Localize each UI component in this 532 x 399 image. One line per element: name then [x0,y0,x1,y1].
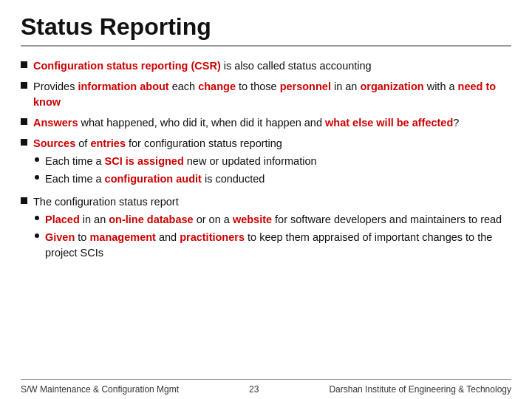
bullet-item: Answers what happened, who did it, when … [21,115,511,131]
bullet-text: Provides information about each change t… [33,79,511,110]
footer-center: 23 [249,384,259,395]
sub-bullets: Placed in an on-line database or on a we… [35,212,511,261]
bullet-text: The configuration status reportPlaced in… [33,194,511,263]
bullet-dot-icon [35,216,39,220]
bullet-dot-icon [35,175,39,180]
bullet-text: Answers what happened, who did it, when … [33,115,511,131]
slide: Status Reporting Configuration status re… [0,0,532,399]
sub-bullet-text: Each time a SCI is assigned new or updat… [45,154,317,169]
footer-right: Darshan Institute of Engineering & Techn… [329,384,511,395]
content-area: Configuration status reporting (CSR) is … [21,51,511,379]
sub-bullet-text: Given to management and practitioners to… [45,230,511,261]
sub-bullet-text: Placed in an on-line database or on a we… [45,212,502,228]
bullet-square-icon [21,61,27,68]
bullet-square-icon [21,82,27,89]
bullet-item: Provides information about each change t… [21,79,511,110]
footer-left: S/W Maintenance & Configuration Mgmt [21,384,179,395]
sub-bullet-item: Each time a SCI is assigned new or updat… [35,154,511,169]
bullet-dot-icon [35,157,39,162]
bullet-text: Sources of entries for configuration sta… [33,136,511,189]
sub-bullet-item: Each time a configuration audit is condu… [35,171,511,187]
sub-bullet-text: Each time a configuration audit is condu… [45,171,265,187]
bullet-item: Sources of entries for configuration sta… [21,136,511,189]
sub-bullet-item: Given to management and practitioners to… [35,230,511,261]
bullet-item: The configuration status reportPlaced in… [21,194,511,263]
bullet-text: Configuration status reporting (CSR) is … [33,58,511,74]
bullet-item: Configuration status reporting (CSR) is … [21,58,511,74]
bullet-square-icon [21,197,27,204]
footer: S/W Maintenance & Configuration Mgmt 23 … [21,379,511,399]
slide-title: Status Reporting [21,13,511,47]
bullet-square-icon [21,118,27,125]
sub-bullet-item: Placed in an on-line database or on a we… [35,212,511,228]
bullet-dot-icon [35,233,39,238]
bullet-square-icon [21,139,27,146]
sub-bullets: Each time a SCI is assigned new or updat… [35,154,511,187]
